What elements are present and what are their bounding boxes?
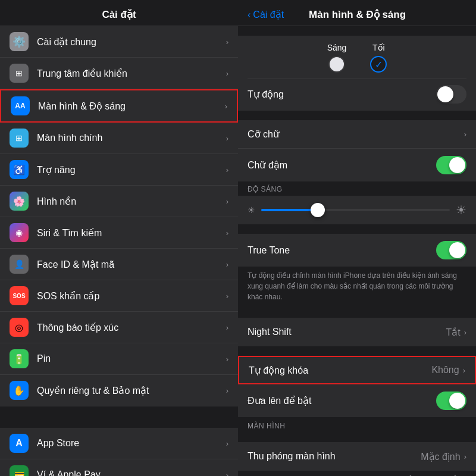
item-label: Siri & Tìm kiếm <box>37 227 226 239</box>
chevron-icon: › <box>464 328 466 337</box>
sun-small-icon: ☀ <box>248 205 255 215</box>
home-screen-icon: ⊞ <box>10 129 29 148</box>
item-label: Trung tâm điều khiển <box>37 68 226 79</box>
item-label: SOS khẩn cấp <box>37 290 226 302</box>
true-tone-desc: Tự động điều chỉnh màn hình iPhone dựa t… <box>238 267 476 308</box>
battery-icon: 🔋 <box>10 349 29 368</box>
check-icon: ✓ <box>375 59 383 70</box>
sun-large-icon: ☀ <box>456 203 466 217</box>
item-label: Face ID & Mật mã <box>37 259 226 270</box>
sidebar-item-app-store[interactable]: A App Store › <box>0 428 238 459</box>
sidebar-item-man-hinh[interactable]: AA Màn hình & Độ sáng › <box>0 89 238 123</box>
sidebar-item-hinh-nen[interactable]: 🌸 Hình nền › <box>0 186 238 217</box>
tu-dong-khoa-value: Không <box>431 365 459 375</box>
chevron-icon: › <box>226 165 228 174</box>
sidebar-item-pin[interactable]: 🔋 Pin › <box>0 343 238 375</box>
right-header: ‹ Cài đặt Màn hình & Độ sáng <box>238 0 476 26</box>
chevron-icon: › <box>226 69 228 78</box>
item-label: Màn hình chính <box>37 133 226 143</box>
chu-dam-row[interactable]: Chữ đậm <box>238 149 476 181</box>
dark-label: Tối <box>372 43 385 52</box>
item-label: Hình nền <box>37 196 226 207</box>
chevron-icon: › <box>226 439 228 448</box>
brightness-slider[interactable] <box>261 209 450 211</box>
chevron-icon: › <box>225 102 227 111</box>
sidebar-item-man-hinh-chinh[interactable]: ⊞ Màn hình chính › <box>0 123 238 154</box>
tu-dong-khoa-row[interactable]: Tự động khóa Không › <box>238 356 476 384</box>
brightness-row: ☀ ☀ <box>248 203 466 217</box>
brightness-section: ☀ ☀ <box>238 196 476 224</box>
item-label: App Store <box>37 438 226 449</box>
tu-dong-khoa-label: Tự động khóa <box>249 365 431 376</box>
text-section: Cỡ chữ › Chữ đậm <box>238 120 476 181</box>
item-label: Màn hình & Độ sáng <box>38 101 225 112</box>
chevron-icon: › <box>226 37 228 46</box>
chevron-icon: › <box>226 323 228 332</box>
left-title: Cài đặt <box>102 9 136 20</box>
sidebar-item-cai-dat-chung[interactable]: ⚙️ Cài đặt chung › <box>0 26 238 58</box>
chevron-icon: › <box>463 366 465 375</box>
sos-icon: SOS <box>10 286 29 305</box>
right-title: Màn hình & Độ sáng <box>248 8 466 21</box>
chevron-icon: › <box>226 134 228 143</box>
sidebar-item-quyen-rieng[interactable]: ✋ Quyền riêng tư & Bảo mật › <box>0 375 238 406</box>
thu-phong-row[interactable]: Thu phóng màn hình Mặc định › <box>238 442 476 471</box>
appearance-light[interactable]: Sáng <box>327 43 347 73</box>
sidebar-item-siri[interactable]: ◉ Siri & Tìm kiếm › <box>0 217 238 249</box>
settings-list: ⚙️ Cài đặt chung › ⊞ Trung tâm điều khiể… <box>0 26 238 476</box>
dua-len-row[interactable]: Đưa lên để bật <box>238 384 476 417</box>
toggle-knob <box>449 242 465 258</box>
wallet-icon: 💳 <box>10 465 29 476</box>
night-shift-label: Night Shift <box>248 327 446 337</box>
true-tone-toggle[interactable] <box>436 241 466 259</box>
control-center-icon: ⊞ <box>10 64 29 83</box>
sidebar-item-tro-nang[interactable]: ♿ Trợ năng › <box>0 154 238 186</box>
dua-len-label: Đưa lên để bật <box>248 395 436 406</box>
true-tone-label: True Tone <box>248 245 436 256</box>
night-shift-row[interactable]: Night Shift Tắt › <box>238 318 476 346</box>
face-id-icon: 👤 <box>10 255 29 274</box>
light-circle <box>328 56 345 73</box>
auto-label: Tự động <box>248 89 284 100</box>
sidebar-item-vi-apple-pay[interactable]: 💳 Ví & Apple Pay › <box>0 459 238 476</box>
true-tone-section: True Tone <box>238 234 476 267</box>
co-chu-row[interactable]: Cỡ chữ › <box>238 120 476 149</box>
thu-phong-label: Thu phóng màn hình <box>248 451 421 462</box>
cog-icon: ⚙️ <box>10 32 29 51</box>
item-label: Cài đặt chung <box>37 36 226 48</box>
contact-tracing-icon: ◎ <box>10 318 29 337</box>
co-chu-label: Cỡ chữ <box>248 129 464 140</box>
wallpaper-icon: 🌸 <box>10 192 29 211</box>
toggle-knob <box>449 157 465 173</box>
chu-dam-toggle[interactable] <box>436 156 466 174</box>
lock-section: Tự động khóa Không › Đưa lên để bật <box>238 356 476 417</box>
toggle-knob <box>449 393 465 409</box>
sidebar-item-thong-bao[interactable]: ◎ Thông báo tiếp xúc › <box>0 312 238 343</box>
brightness-thumb <box>311 203 325 217</box>
auto-toggle[interactable] <box>436 85 466 104</box>
appearance-options: Sáng Tối ✓ <box>248 43 466 73</box>
dua-len-toggle[interactable] <box>436 392 466 410</box>
chevron-icon: › <box>226 471 228 477</box>
chevron-icon: › <box>226 386 228 395</box>
man-hinh-header: MÀN HÌNH <box>238 417 476 433</box>
appearance-dark[interactable]: Tối ✓ <box>370 43 387 73</box>
left-header: Cài đặt <box>0 0 238 26</box>
sidebar-item-trung-tam[interactable]: ⊞ Trung tâm điều khiển › <box>0 58 238 89</box>
thu-phong-value: Mặc định <box>421 451 460 462</box>
chevron-icon: › <box>464 452 466 461</box>
night-shift-section: Night Shift Tắt › <box>238 318 476 346</box>
group-separator-2 <box>0 406 238 428</box>
chu-dam-label: Chữ đậm <box>248 159 436 171</box>
sidebar-item-sos[interactable]: SOS SOS khẩn cấp › <box>0 280 238 312</box>
item-label: Ví & Apple Pay <box>37 469 226 476</box>
left-panel: Cài đặt ⚙️ Cài đặt chung › ⊞ Trung tâm đ… <box>0 0 238 476</box>
true-tone-row[interactable]: True Tone <box>238 234 476 267</box>
chevron-icon: › <box>226 197 228 206</box>
chevron-icon: › <box>226 355 228 364</box>
sidebar-item-face-id[interactable]: 👤 Face ID & Mật mã › <box>0 249 238 280</box>
item-label: Trợ năng <box>37 164 226 176</box>
appearance-section: Sáng Tối ✓ Tự động <box>238 36 476 111</box>
toggle-knob <box>437 86 453 102</box>
light-label: Sáng <box>327 43 347 52</box>
